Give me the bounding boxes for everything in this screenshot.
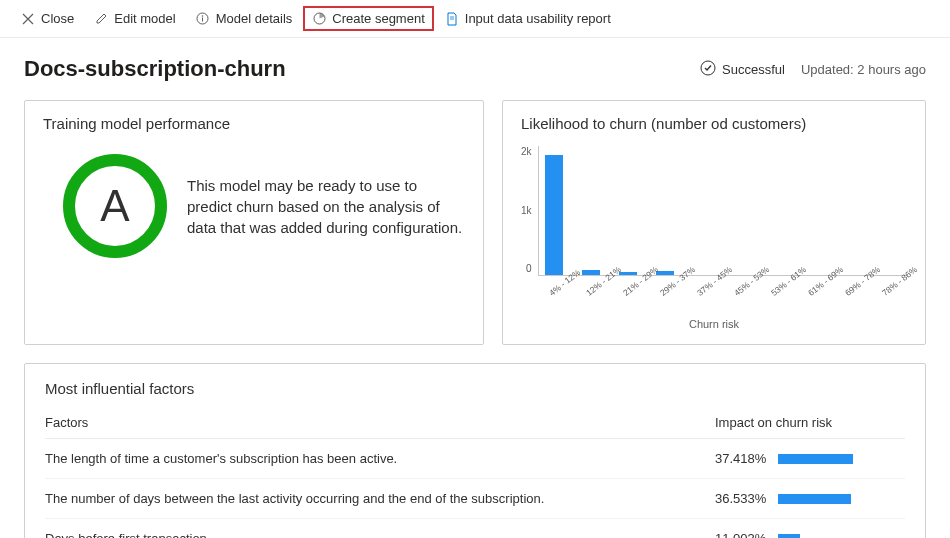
impact-cell: 36.533% [715,491,905,506]
status-text: Successful [722,62,785,77]
edit-model-label: Edit model [114,11,175,26]
content-area: Docs-subscription-churn Successful Updat… [0,38,950,538]
x-tick: 53% - 61% [769,279,789,298]
cards-row: Training model performance A This model … [24,100,926,345]
col-header-impact: Impact on churn risk [715,415,905,430]
y-tick: 1k [521,205,532,216]
chart-title: Likelihood to churn (number od customers… [521,115,907,132]
close-icon [21,12,35,26]
segment-icon [312,12,326,26]
edit-model-button[interactable]: Edit model [85,6,184,31]
checkmark-icon [700,60,716,79]
performance-description: This model may be ready to use to predic… [187,175,465,238]
svg-rect-2 [202,18,203,22]
impact-bar [778,494,851,504]
updated-text: Updated: 2 hours ago [801,62,926,77]
performance-card: Training model performance A This model … [24,100,484,345]
input-report-label: Input data usability report [465,11,611,26]
impact-cell: 11.003% [715,531,905,538]
factor-label: Days before first transaction. [45,531,715,538]
impact-value: 11.003% [715,531,766,538]
performance-body: A This model may be ready to use to pred… [43,146,465,278]
table-row: Days before first transaction.11.003% [45,519,905,538]
toolbar: Close Edit model Model details Create se… [0,0,950,38]
status-block: Successful Updated: 2 hours ago [700,60,926,79]
impact-bar-track [778,534,858,539]
status-badge: Successful [700,60,785,79]
impact-value: 36.533% [715,491,766,506]
grade-ring: A [63,154,167,258]
factor-label: The length of time a customer's subscrip… [45,451,715,466]
x-tick: 37% - 45% [695,279,715,298]
impact-bar [778,534,800,539]
chart-plot [538,146,907,276]
info-icon [196,12,210,26]
chart-y-axis: 2k 1k 0 [521,146,538,276]
input-report-button[interactable]: Input data usability report [436,6,620,31]
chart-bar [545,155,563,275]
impact-bar [778,454,853,464]
close-label: Close [41,11,74,26]
svg-point-1 [202,15,204,17]
x-tick: 45% - 53% [732,279,752,298]
grade-letter: A [100,181,129,231]
y-tick: 0 [526,263,532,274]
factors-title: Most influential factors [45,380,905,397]
model-details-label: Model details [216,11,293,26]
chart-bar [582,270,600,275]
x-tick: 29% - 37% [658,279,678,298]
factors-body: The length of time a customer's subscrip… [45,439,905,538]
create-segment-label: Create segment [332,11,425,26]
page-title: Docs-subscription-churn [24,56,286,82]
x-tick: 4% - 12% [547,279,567,298]
factors-card: Most influential factors Factors Impact … [24,363,926,538]
factor-label: The number of days between the last acti… [45,491,715,506]
impact-bar-track [778,454,858,464]
impact-cell: 37.418% [715,451,905,466]
x-tick: 78% - 86% [880,279,900,298]
x-tick: 61% - 69% [806,279,826,298]
x-tick: 69% - 78% [843,279,863,298]
chart-area: 2k 1k 0 [521,146,907,276]
header-row: Docs-subscription-churn Successful Updat… [24,56,926,82]
table-row: The number of days between the last acti… [45,479,905,519]
pencil-icon [94,12,108,26]
performance-title: Training model performance [43,115,465,132]
document-icon [445,12,459,26]
col-header-factor: Factors [45,415,715,430]
chart-card: Likelihood to churn (number od customers… [502,100,926,345]
impact-bar-track [778,494,858,504]
chart-x-label: Churn risk [521,318,907,330]
y-tick: 2k [521,146,532,157]
x-tick: 12% - 21% [584,279,604,298]
x-tick: 21% - 29% [621,279,641,298]
model-details-button[interactable]: Model details [187,6,302,31]
chart-x-axis: 4% - 12%12% - 21%21% - 29%29% - 37%37% -… [521,280,907,290]
impact-value: 37.418% [715,451,766,466]
create-segment-button[interactable]: Create segment [303,6,434,31]
table-row: The length of time a customer's subscrip… [45,439,905,479]
factors-header: Factors Impact on churn risk [45,415,905,439]
close-button[interactable]: Close [12,6,83,31]
